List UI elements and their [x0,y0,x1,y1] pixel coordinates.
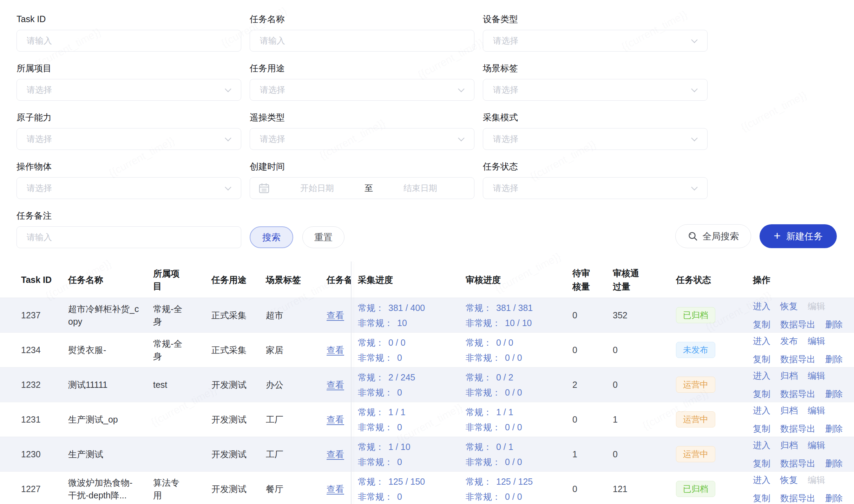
cell-task-name: 生产测试 [68,437,153,471]
search-button[interactable]: 搜索 [250,226,293,248]
task-name-input[interactable]: 请输入 [250,30,474,52]
status-badge: 已归档 [676,307,715,323]
calendar-icon [258,183,270,194]
view-remark-link[interactable]: 查看 [327,378,344,391]
action-delete-link[interactable]: 删除 [825,457,843,470]
action-export-link[interactable]: 数据导出 [780,492,815,504]
task-id-input[interactable]: 请输入 [17,30,241,52]
col-scene: 场景标签 [266,261,327,298]
purpose-label: 任务用途 [250,62,474,74]
task-id-placeholder: 请输入 [27,35,52,46]
action-edit-link[interactable]: 编辑 [808,369,825,382]
view-remark-link[interactable]: 查看 [327,413,344,426]
teleop-type-select[interactable]: 请选择 [250,128,474,150]
cell-pending-count: 0 [572,298,613,332]
filter-field-project: 所属项目 请选择 [17,62,241,101]
view-remark-link[interactable]: 查看 [327,448,344,460]
cell-scene: 工厂 [266,402,327,437]
cell-purpose: 开发测试 [211,367,266,402]
filter-field-collect-mode: 采集模式 请选择 [483,112,708,150]
cell-task-name: 测试11111 [68,367,153,402]
end-date-input[interactable]: 结束日期 [375,183,466,194]
col-task-id: Task ID [0,261,68,298]
cell-approved-count: 352 [613,298,676,332]
action-copy-link[interactable]: 复制 [753,318,770,331]
cell-pending-count: 0 [572,402,613,437]
action-enter-link[interactable]: 进入 [753,334,770,347]
action-state-link[interactable]: 发布 [780,334,798,347]
action-delete-link[interactable]: 删除 [825,353,843,365]
action-enter-link[interactable]: 进入 [753,473,770,486]
action-delete-link[interactable]: 删除 [825,318,843,331]
view-remark-link[interactable]: 查看 [327,344,344,356]
action-edit-link[interactable]: 编辑 [808,334,825,347]
cell-status: 已归档 [676,298,743,332]
table-body: 1237 超市冷鲜柜补货_copy 常规-全身 正式采集 超市 查看 常规：38… [0,298,854,504]
action-enter-link[interactable]: 进入 [753,300,770,312]
start-date-input[interactable]: 开始日期 [272,183,362,194]
action-copy-link[interactable]: 复制 [753,422,770,435]
action-state-link[interactable]: 恢复 [780,300,798,312]
cell-project [153,402,211,437]
action-delete-link[interactable]: 删除 [825,387,843,400]
scene-tag-label: 场景标签 [483,62,708,74]
status-badge: 运营中 [676,377,715,393]
collect-mode-select[interactable]: 请选择 [483,128,708,150]
cell-approved-count: 0 [613,367,676,402]
status-badge: 运营中 [676,446,715,462]
action-copy-link[interactable]: 复制 [753,387,770,400]
action-state-link[interactable]: 归档 [780,439,798,451]
cell-task-name: 生产测试_op [68,402,153,437]
action-delete-link[interactable]: 删除 [825,492,843,504]
action-delete-link[interactable]: 删除 [825,422,843,435]
operate-object-select[interactable]: 请选择 [17,177,241,199]
action-state-link[interactable]: 归档 [780,369,798,382]
global-search-button[interactable]: 全局搜索 [675,224,751,248]
action-state-link[interactable]: 归档 [780,404,798,417]
action-enter-link[interactable]: 进入 [753,369,770,382]
purpose-select[interactable]: 请选择 [250,79,474,101]
action-edit-link[interactable]: 编辑 [808,473,825,486]
table-header-row: Task ID 任务名称 所属项目 任务用途 场景标签 任务备注 采集进度 审核… [0,261,854,298]
action-copy-link[interactable]: 复制 [753,492,770,504]
task-management-page: {{current_time}} {{current_time}} {{curr… [0,0,854,504]
cell-task-name: 微波炉加热食物-干扰-depth降... [68,472,153,504]
cell-scene: 办公 [266,367,327,402]
date-range-picker[interactable]: 开始日期 至 结束日期 [250,177,474,199]
project-select[interactable]: 请选择 [17,79,241,101]
task-status-select[interactable]: 请选择 [483,177,708,199]
action-export-link[interactable]: 数据导出 [780,318,815,331]
task-remark-input[interactable]: 请输入 [17,226,241,248]
device-type-select[interactable]: 请选择 [483,30,708,52]
view-remark-link[interactable]: 查看 [327,309,344,321]
new-task-button[interactable]: + 新建任务 [760,224,837,248]
action-export-link[interactable]: 数据导出 [780,387,815,400]
view-remark-link[interactable]: 查看 [327,483,344,495]
action-edit-link[interactable]: 编辑 [808,300,825,312]
cell-status: 运营中 [676,402,743,437]
cell-actions: 进入 恢复 编辑 复制 数据导出 删除 [743,298,854,332]
cell-review-progress: 常规：0 / 0 非常规：0 / 0 [466,333,572,367]
scene-tag-select[interactable]: 请选择 [483,79,708,101]
cell-purpose: 开发测试 [211,437,266,471]
action-copy-link[interactable]: 复制 [753,353,770,365]
action-enter-link[interactable]: 进入 [753,404,770,417]
action-state-link[interactable]: 恢复 [780,473,798,486]
filter-field-task-id: Task ID 请输入 [17,13,241,52]
cell-scene: 家居 [266,333,327,367]
cell-purpose: 开发测试 [211,472,266,504]
operate-object-label: 操作物体 [17,161,241,172]
date-range-separator: 至 [362,183,375,194]
action-edit-link[interactable]: 编辑 [808,404,825,417]
reset-button[interactable]: 重置 [302,226,344,248]
action-export-link[interactable]: 数据导出 [780,457,815,470]
search-icon [688,231,698,241]
action-edit-link[interactable]: 编辑 [808,439,825,451]
action-copy-link[interactable]: 复制 [753,457,770,470]
cell-approved-count: 121 [613,472,676,504]
cell-collect-progress: 常规：125 / 150 非常规：0 [351,472,466,504]
action-enter-link[interactable]: 进入 [753,439,770,451]
action-export-link[interactable]: 数据导出 [780,422,815,435]
atomic-ability-select[interactable]: 请选择 [17,128,241,150]
action-export-link[interactable]: 数据导出 [780,353,815,365]
